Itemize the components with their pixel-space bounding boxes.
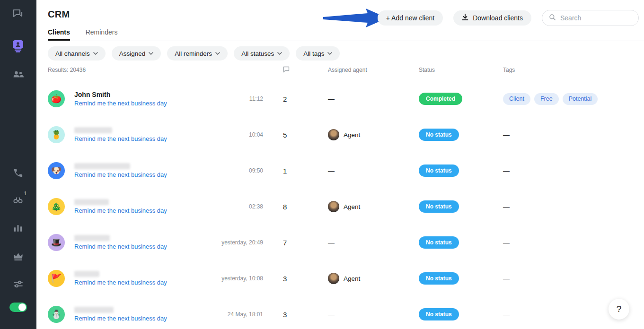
toggle-knob — [18, 303, 26, 311]
status-badge[interactable]: No status — [419, 308, 459, 320]
client-row[interactable]: 🐶 Remind me the next business day 09:50 … — [48, 153, 644, 189]
client-avatar-emoji: ⛄ — [51, 310, 62, 319]
agent-cell-filled: Agent — [328, 201, 419, 212]
reminder-link[interactable]: Remind me the next business day — [74, 100, 167, 107]
status-badge[interactable]: No status — [419, 272, 459, 285]
client-row[interactable]: 🎄 Remind me the next business day 02:38 … — [48, 189, 644, 225]
filter-all-statuses[interactable]: All statuses — [234, 46, 290, 61]
client-row[interactable]: 🎩 Remind me the next business day yester… — [48, 225, 644, 260]
search-input[interactable] — [560, 14, 644, 22]
tab-bar: Clients Reminders — [48, 28, 644, 41]
client-row[interactable]: 🚩 Remind me the next business day yester… — [48, 260, 644, 296]
agent-cell-empty: — — [328, 239, 419, 246]
tags-cell: — — [503, 275, 644, 282]
client-avatar: ⛄ — [48, 306, 65, 323]
agent-cell-empty: — — [328, 311, 419, 318]
last-activity-time: 02:38 — [216, 203, 263, 210]
agent-avatar — [328, 201, 339, 212]
status-badge[interactable]: No status — [419, 236, 459, 249]
client-avatar-emoji: 🎄 — [51, 202, 62, 211]
download-icon — [462, 14, 468, 22]
client-row[interactable]: ⛄ Remind me the next business day 24 May… — [48, 296, 644, 329]
reminder-link[interactable]: Remind me the next business day — [74, 171, 167, 178]
tag[interactable]: Potential — [563, 93, 598, 105]
sidebar-item-settings[interactable] — [9, 274, 27, 293]
sidebar-item-statistics[interactable] — [9, 219, 27, 238]
unread-count: 8 — [263, 203, 328, 211]
sidebar-item-premium[interactable] — [9, 247, 27, 266]
agent-cell-empty: — — [328, 95, 419, 103]
sidebar-item-crm[interactable] — [9, 36, 27, 55]
assigned-agent-name: Agent — [344, 131, 360, 139]
status-badge[interactable]: No status — [419, 164, 459, 177]
reminder-link[interactable]: Remind me the next business day — [74, 243, 167, 250]
client-avatar-emoji: 🍅 — [51, 95, 62, 103]
sidebar-item-calls[interactable] — [9, 163, 27, 182]
help-button[interactable]: ? — [609, 299, 629, 320]
crown-icon — [12, 251, 24, 262]
client-avatar: 🚩 — [48, 270, 65, 287]
column-tags: Tags — [503, 67, 644, 73]
search-box — [542, 10, 639, 26]
filter-all-channels[interactable]: All channels — [48, 46, 106, 61]
binoculars-icon — [12, 193, 24, 206]
agent-avatar — [328, 273, 339, 284]
client-avatar: 🍍 — [48, 126, 65, 143]
results-count: Results: 20436 — [48, 67, 216, 73]
client-avatar-emoji: 🍍 — [51, 130, 62, 139]
tags-cell: — — [503, 131, 644, 139]
status-badge[interactable]: Completed — [419, 93, 462, 105]
filter-all-reminders[interactable]: All reminders — [167, 46, 228, 61]
tab-reminders[interactable]: Reminders — [86, 28, 118, 41]
filter-all-tags[interactable]: All tags — [296, 46, 340, 61]
phone-icon — [13, 167, 24, 178]
reminder-link[interactable]: Remind me the next business day — [74, 279, 167, 286]
last-activity-time: yesterday, 10:08 — [216, 275, 263, 282]
status-badge[interactable]: No status — [419, 129, 459, 141]
sidebar-item-chats[interactable] — [9, 4, 27, 23]
agent-cell-empty: — — [328, 167, 419, 174]
unread-count: 3 — [263, 275, 328, 283]
chevron-down-icon — [93, 52, 98, 55]
filter-bar: All channels Assigned All reminders All … — [48, 46, 340, 61]
reminder-link[interactable]: Remind me the next business day — [74, 207, 167, 214]
sidebar: 1 — [0, 0, 36, 329]
page-title: CRM — [48, 9, 70, 20]
tag[interactable]: Free — [534, 93, 559, 105]
chat-icon — [12, 8, 24, 20]
sidebar-item-tracker[interactable]: 1 — [9, 190, 27, 209]
tags-cell: — — [503, 203, 644, 210]
reminder-link[interactable]: Remind me the next business day — [74, 315, 167, 322]
unread-count: 3 — [263, 311, 328, 319]
client-name — [74, 163, 130, 169]
download-clients-button[interactable]: Download clients — [453, 10, 531, 26]
client-name — [74, 127, 112, 133]
agent-avatar — [328, 129, 339, 140]
client-row[interactable]: 🍅 John Smith Remind me the next business… — [48, 81, 644, 117]
assigned-agent-name: Agent — [344, 203, 360, 210]
client-avatar-emoji: 🐶 — [51, 166, 62, 175]
tag[interactable]: Client — [503, 93, 530, 105]
chevron-down-icon — [215, 52, 220, 55]
tab-clients[interactable]: Clients — [48, 28, 70, 41]
tags-cell: — — [503, 239, 644, 246]
column-assigned-agent: Assigned agent — [328, 67, 419, 73]
client-avatar: 🎄 — [48, 198, 65, 215]
unread-count: 5 — [263, 131, 328, 139]
last-activity-time: yesterday, 20:49 — [216, 239, 263, 246]
client-avatar: 🐶 — [48, 162, 65, 179]
last-activity-time: 24 May, 18:01 — [216, 311, 263, 318]
assigned-agent-name: Agent — [344, 275, 360, 282]
reminder-link[interactable]: Remind me the next business day — [74, 135, 167, 142]
sidebar-item-contacts[interactable] — [9, 65, 27, 84]
chevron-down-icon — [277, 52, 282, 55]
agent-cell-filled: Agent — [328, 129, 419, 140]
agent-cell-filled: Agent — [328, 273, 419, 284]
client-row[interactable]: 🍍 Remind me the next business day 10:04 … — [48, 117, 644, 153]
client-avatar-emoji: 🎩 — [51, 238, 62, 247]
filter-assigned[interactable]: Assigned — [112, 46, 161, 61]
status-badge[interactable]: No status — [419, 200, 459, 213]
online-toggle[interactable] — [9, 303, 27, 312]
add-new-client-button[interactable]: + Add new client — [378, 10, 443, 26]
chevron-down-icon — [149, 52, 153, 55]
